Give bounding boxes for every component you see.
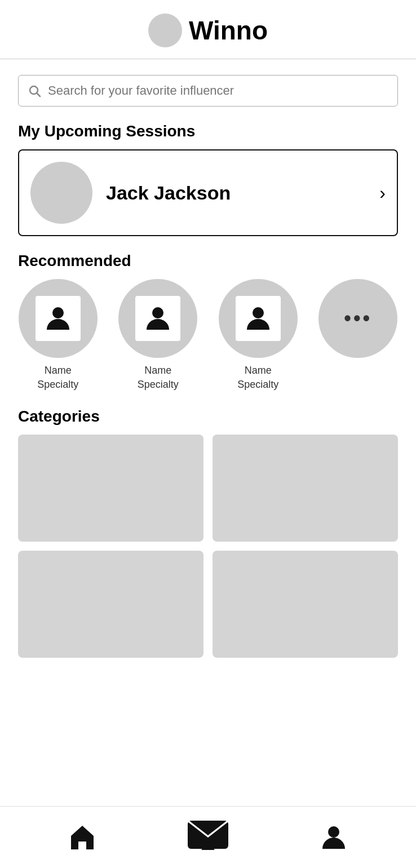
more-avatar: ••• [318,279,397,358]
nav-profile[interactable] [320,823,348,852]
influencer-label-1: Name Specialty [37,364,78,392]
influencer-avatar-3 [219,279,298,358]
influencer-avatar-1 [19,279,98,358]
influencer-avatar-inner-3 [236,296,281,341]
person-icon-3 [244,304,273,333]
category-card-2[interactable] [213,435,398,542]
search-container [0,59,416,107]
svg-point-2 [52,307,64,318]
influencer-label-3: Name Specialty [237,364,278,392]
categories-grid [0,435,416,658]
upcoming-sessions-heading: My Upcoming Sessions [0,107,416,149]
search-icon [28,84,41,98]
recommended-grid: Name Specialty Name Specialty [0,279,416,392]
search-bar[interactable] [18,75,398,107]
session-name: Jack Jackson [106,182,231,204]
influencer-label-2: Name Specialty [138,364,179,392]
svg-line-1 [37,94,41,97]
header-logo [148,14,182,47]
bottom-nav [0,806,416,868]
more-dots-icon: ••• [344,307,372,330]
nav-messages[interactable] [188,821,228,854]
svg-point-3 [152,307,163,318]
influencer-avatar-inner-2 [135,296,180,341]
profile-icon [320,823,348,852]
category-card-4[interactable] [213,551,398,658]
category-card-3[interactable] [18,551,203,658]
svg-point-4 [253,307,264,318]
influencer-avatar-2 [118,279,197,358]
search-input[interactable] [48,83,388,98]
influencer-avatar-inner-1 [36,296,81,341]
session-avatar [30,162,92,224]
influencer-item-1[interactable]: Name Specialty [14,279,103,392]
app-title: Winno [189,15,268,46]
app-header: Winno [0,0,416,59]
nav-home[interactable] [68,823,96,852]
person-icon-2 [143,304,172,333]
recommended-heading: Recommended [0,236,416,279]
more-influencers-item[interactable]: ••• [314,279,403,364]
message-icon [188,821,228,852]
categories-heading: Categories [0,392,416,435]
influencer-item-3[interactable]: Name Specialty [214,279,303,392]
session-card[interactable]: Jack Jackson › [18,149,398,236]
person-icon-1 [43,304,73,333]
influencer-item-2[interactable]: Name Specialty [114,279,203,392]
svg-point-7 [328,826,339,838]
home-icon [68,823,96,852]
category-card-1[interactable] [18,435,203,542]
chevron-right-icon: › [379,183,386,203]
